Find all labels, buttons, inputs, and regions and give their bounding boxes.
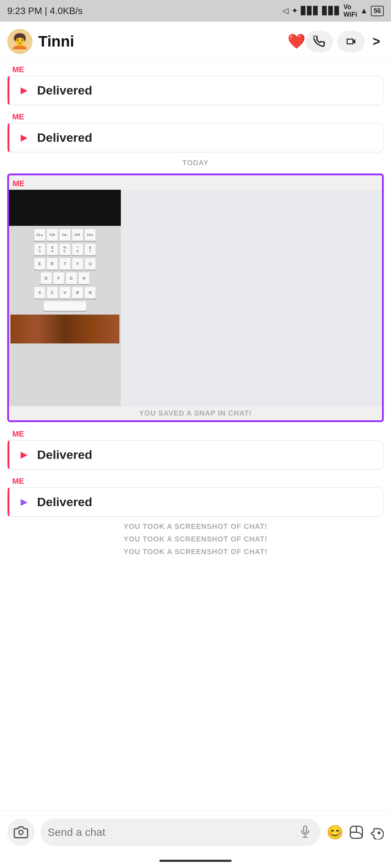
- signal-icon: ▊▊▊: [301, 6, 319, 16]
- saved-snap-sender: ME: [9, 175, 382, 190]
- sender-label-3: ME: [7, 429, 384, 439]
- message-group-1: ME ► Delivered: [0, 61, 391, 109]
- today-divider: TODAY: [0, 156, 391, 170]
- key-3: #3: [34, 243, 45, 255]
- screenshot-notice-3: YOU TOOK A SCREENSHOT OF CHAT!: [0, 545, 391, 558]
- key-e: E: [34, 258, 45, 270]
- bluetooth-icon: ✦: [291, 6, 298, 16]
- saved-snap-notice: YOU SAVED A SNAP IN CHAT!: [9, 406, 382, 420]
- key-f6: F6▼: [84, 229, 96, 241]
- key-r: R: [47, 258, 58, 270]
- wooden-floor: [10, 315, 119, 343]
- key-row-space: [10, 301, 119, 311]
- key-f4: F4□: [59, 229, 71, 241]
- key-n: N: [84, 286, 96, 299]
- status-bar: 9:23 PM | 4.0KB/s ◁ ✦ ▊▊▊ ▊▊▊ VoWiFi ▲ 5…: [0, 0, 391, 22]
- key-row-zxcv: X C V B N: [10, 286, 119, 299]
- key-g: G: [66, 272, 77, 284]
- contact-name: Tinni: [38, 33, 284, 50]
- chat-area: ME ► Delivered ME ► Delivered TODAY ME: [0, 61, 391, 810]
- key-row-qwerty: E R T Y U: [10, 258, 119, 270]
- location-icon: ◁: [282, 6, 289, 16]
- message-group-4: ME ► Delivered: [0, 473, 391, 520]
- sender-label-1: ME: [7, 65, 384, 74]
- saved-snap-content: F2◄ F3⊕ F4□ F5⬆ F6▼ #3 $4 %5 ^6 &7: [9, 190, 382, 406]
- chat-spacer: [0, 558, 391, 810]
- signal2-icon: ▊▊▊: [322, 6, 341, 16]
- wifi-icon: ▲: [360, 6, 368, 16]
- status-icons: ◁ ✦ ▊▊▊ ▊▊▊ VoWiFi ▲ 56: [282, 3, 384, 18]
- key-space: [43, 301, 87, 311]
- key-5: %5: [59, 243, 71, 255]
- sender-label-2: ME: [7, 112, 384, 122]
- sender-label-4: ME: [7, 477, 384, 486]
- battery-icon: 56: [371, 6, 384, 16]
- call-button[interactable]: [306, 31, 333, 52]
- screenshot-notice-2: YOU TOOK A SCREENSHOT OF CHAT!: [0, 533, 391, 545]
- emoji-button[interactable]: 😊: [326, 824, 343, 840]
- key-h: H: [78, 272, 90, 284]
- snap-arrow-2: ►: [18, 131, 30, 144]
- key-t: T: [59, 258, 71, 270]
- key-row-num: #3 $4 %5 ^6 &7: [10, 243, 119, 255]
- avatar-emoji: 🧑‍🦱: [11, 33, 29, 50]
- snap-status-3: Delivered: [37, 448, 92, 462]
- mic-button[interactable]: [297, 823, 313, 841]
- home-bar: [159, 860, 232, 862]
- key-d: D: [40, 272, 52, 284]
- message-group-3: ME ► Delivered: [0, 426, 391, 473]
- snap-message-1[interactable]: ► Delivered: [7, 76, 384, 105]
- svg-point-3: [378, 832, 380, 834]
- key-7: &7: [84, 243, 96, 255]
- svg-point-0: [19, 830, 23, 834]
- key-f5: F5⬆: [72, 229, 83, 241]
- message-group-2: ME ► Delivered: [0, 109, 391, 156]
- rocket-button[interactable]: [369, 825, 384, 839]
- snap-status-1: Delivered: [37, 83, 92, 97]
- camera-button[interactable]: [7, 819, 35, 846]
- heart-emoji: ❤️: [287, 33, 306, 50]
- chat-input-area[interactable]: [40, 819, 321, 846]
- chat-header: 🧑‍🦱 Tinni ❤️ >: [0, 22, 391, 61]
- key-v: V: [59, 286, 71, 299]
- emoji-icon: 😊: [326, 824, 343, 840]
- svg-rect-1: [304, 826, 307, 832]
- bottom-bar: 😊: [0, 810, 391, 854]
- key-x: X: [34, 286, 45, 299]
- vowifi-label: VoWiFi: [343, 3, 357, 18]
- key-6: ^6: [72, 243, 83, 255]
- avatar: 🧑‍🦱: [7, 29, 32, 54]
- screenshot-notice-1: YOU TOOK A SCREENSHOT OF CHAT!: [0, 520, 391, 533]
- video-call-button[interactable]: [337, 31, 365, 52]
- snap-arrow-1: ►: [18, 84, 30, 97]
- home-indicator: [0, 854, 391, 868]
- snap-arrow-4: ►: [18, 495, 30, 509]
- snap-status-4: Delivered: [37, 495, 92, 509]
- key-f3: F3⊕: [47, 229, 58, 241]
- header-actions: >: [306, 30, 384, 53]
- snap-message-3[interactable]: ► Delivered: [7, 440, 384, 469]
- snap-message-2[interactable]: ► Delivered: [7, 123, 384, 152]
- saved-snap-container[interactable]: ME F2◄ F3⊕ F4□ F5⬆ F6▼: [7, 174, 384, 422]
- key-4: $4: [47, 243, 58, 255]
- sticker-button[interactable]: [349, 825, 364, 839]
- key-row-f: F2◄ F3⊕ F4□ F5⬆ F6▼: [10, 229, 119, 241]
- snap-message-4[interactable]: ► Delivered: [7, 487, 384, 517]
- snap-image: F2◄ F3⊕ F4□ F5⬆ F6▼ #3 $4 %5 ^6 &7: [9, 190, 121, 406]
- status-time: 9:23 PM | 4.0KB/s: [7, 5, 83, 17]
- bottom-action-icons: 😊: [326, 824, 384, 840]
- saved-snap-right-area: [121, 190, 382, 406]
- key-c: C: [47, 286, 58, 299]
- key-b: B: [72, 286, 83, 299]
- key-y: Y: [72, 258, 83, 270]
- key-f: F: [53, 272, 65, 284]
- snap-arrow-3: ►: [18, 448, 30, 461]
- more-button[interactable]: >: [369, 30, 384, 53]
- snap-status-2: Delivered: [37, 131, 92, 145]
- key-row-asdf: D F G H: [10, 272, 119, 284]
- chat-input[interactable]: [48, 826, 297, 838]
- key-f2: F2◄: [34, 229, 45, 241]
- key-u: U: [84, 258, 96, 270]
